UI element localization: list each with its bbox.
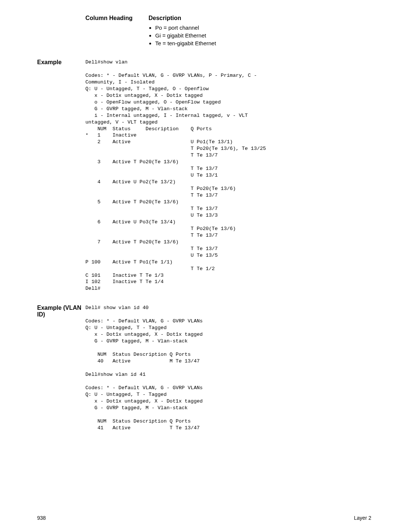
bullet-item: Po = port channel bbox=[155, 24, 371, 31]
example-vlan-id-label: Example (VLAN ID) bbox=[37, 305, 85, 431]
description-bullets: Po = port channel Gi = gigabit Ethernet … bbox=[149, 24, 371, 46]
bullet-item: Gi = gigabit Ethernet bbox=[155, 32, 371, 39]
page-footer: 938 Layer 2 bbox=[37, 515, 371, 521]
page-number: 938 bbox=[37, 515, 46, 521]
example-code-block: Dell#show vlan Codes: * - Default VLAN, … bbox=[85, 59, 371, 292]
example-section: Example Dell#show vlan Codes: * - Defaul… bbox=[37, 59, 371, 292]
example-vlan-id-section: Example (VLAN ID) Dell# show vlan id 40 … bbox=[37, 305, 371, 431]
footer-section-name: Layer 2 bbox=[354, 515, 371, 521]
bullet-item: Te = ten-gigabit Ethernet bbox=[155, 40, 371, 46]
col-description-label: Description bbox=[149, 15, 181, 22]
example-label: Example bbox=[37, 59, 85, 292]
col-heading-label: Column Heading bbox=[85, 15, 149, 22]
table-header-row: Column Heading Description bbox=[85, 15, 371, 22]
example-vlan-id-code-block: Dell# show vlan id 40 Codes: * - Default… bbox=[85, 305, 371, 431]
